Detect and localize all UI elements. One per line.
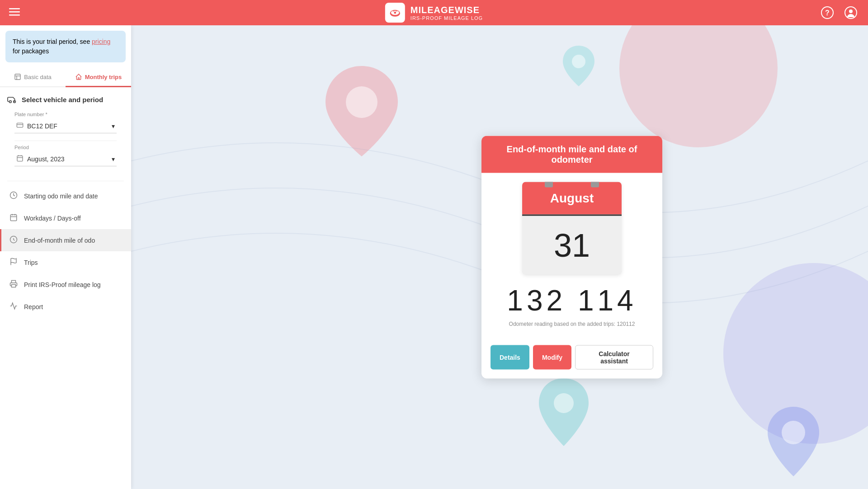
svg-rect-11 xyxy=(15,74,20,80)
calendar-icon xyxy=(9,213,19,223)
svg-rect-0 xyxy=(9,8,20,9)
print-icon xyxy=(9,280,19,289)
svg-rect-23 xyxy=(10,215,17,221)
vehicle-section: Select vehicle and period Plate number *… xyxy=(0,87,131,177)
flag-icon xyxy=(9,258,19,267)
sidebar: This is your trial period, see pricing f… xyxy=(0,25,131,489)
menu-button[interactable] xyxy=(9,6,20,19)
card-actions: Details Modify Calculator assistant xyxy=(481,345,662,379)
nav-item-trips[interactable]: Trips xyxy=(0,251,131,273)
svg-rect-2 xyxy=(9,14,20,16)
svg-point-6 xyxy=(394,12,396,14)
nav-item-starting-odo[interactable]: Starting odo mile and date xyxy=(0,185,131,207)
calculator-assistant-button[interactable]: Calculator assistant xyxy=(575,345,653,370)
plate-number-group: Plate number * BC12 DEF ▾ xyxy=(7,112,124,133)
section-divider xyxy=(7,181,124,181)
modify-button[interactable]: Modify xyxy=(533,345,571,370)
chart-icon xyxy=(9,302,19,311)
svg-rect-18 xyxy=(17,156,23,161)
chevron-down-icon: ▾ xyxy=(112,122,115,130)
calendar-widget: August 31 132 114 Odometer reading based… xyxy=(481,173,662,345)
period-select[interactable]: August, 2023 ▾ xyxy=(14,152,117,166)
card-header: End-of-month mile and date of odometer xyxy=(481,136,662,173)
clock-icon xyxy=(9,191,19,201)
nav-item-report[interactable]: Report xyxy=(0,296,131,318)
odo-card: End-of-month mile and date of odometer A… xyxy=(481,136,662,379)
nav-item-workdays[interactable]: Workdays / Days-off xyxy=(0,207,131,229)
odo-note: Odometer reading based on the added trip… xyxy=(509,321,635,327)
user-profile-button[interactable] xyxy=(843,5,859,21)
main-content: End-of-month mile and date of odometer A… xyxy=(131,25,868,489)
odo-reading: 132 114 xyxy=(507,284,637,317)
logo-icon xyxy=(385,3,405,23)
svg-text:?: ? xyxy=(825,9,830,17)
pricing-link[interactable]: pricing xyxy=(92,38,110,45)
section-title-vehicle: Select vehicle and period xyxy=(7,94,124,104)
app-title: MILEAGEWISE IRS-PROOF MILEAGE LOG xyxy=(410,5,483,21)
svg-point-10 xyxy=(849,9,853,13)
app-logo-area: MILEAGEWISE IRS-PROOF MILEAGE LOG xyxy=(385,3,483,23)
nav-item-end-of-month-odo[interactable]: End-of-month mile of odo xyxy=(0,229,131,251)
help-button[interactable]: ? xyxy=(819,5,835,21)
details-button[interactable]: Details xyxy=(491,345,529,370)
svg-rect-29 xyxy=(12,285,16,287)
trial-banner: This is your trial period, see pricing f… xyxy=(5,31,126,62)
tab-basic-data[interactable]: Basic data xyxy=(0,68,66,87)
svg-point-14 xyxy=(9,101,12,103)
calendar-month: August xyxy=(522,182,622,215)
period-group: Period August, 2023 ▾ xyxy=(7,145,124,166)
divider xyxy=(14,141,117,141)
nav-item-print[interactable]: Print IRS-Proof mileage log xyxy=(0,273,131,296)
tab-monthly-trips[interactable]: Monthly trips xyxy=(66,68,131,87)
speedometer-icon xyxy=(9,235,19,245)
calendar-month-card: August 31 xyxy=(522,182,622,275)
sidebar-nav: Starting odo mile and date Workdays / Da… xyxy=(0,185,131,318)
app-header: MILEAGEWISE IRS-PROOF MILEAGE LOG ? xyxy=(0,0,868,25)
svg-rect-16 xyxy=(17,123,23,127)
calendar-day: 31 xyxy=(522,215,622,275)
plate-number-select[interactable]: BC12 DEF ▾ xyxy=(14,119,117,133)
chevron-down-icon-period: ▾ xyxy=(112,155,115,163)
sidebar-tabs: Basic data Monthly trips xyxy=(0,68,131,87)
svg-rect-1 xyxy=(9,11,20,13)
